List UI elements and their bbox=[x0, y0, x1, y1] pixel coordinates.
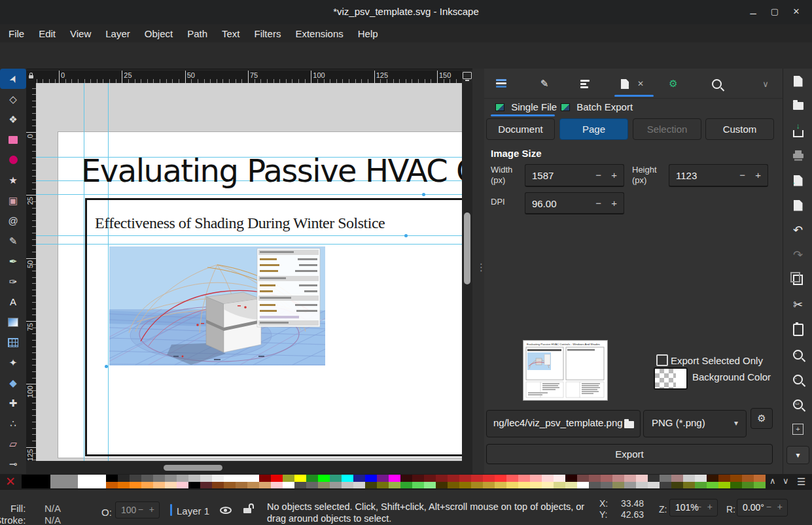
increment-button[interactable]: + bbox=[707, 501, 713, 512]
menu-file[interactable]: File bbox=[1, 28, 31, 39]
palette-scroll-up-button[interactable]: ∧ bbox=[769, 476, 776, 486]
palette-swatch[interactable] bbox=[483, 475, 495, 482]
display-mode-icon[interactable] bbox=[463, 72, 472, 79]
shape-builder-tool[interactable]: ❖ bbox=[0, 109, 26, 129]
palette-swatch[interactable] bbox=[106, 482, 118, 489]
palette-swatch[interactable] bbox=[471, 475, 483, 482]
palette-swatch[interactable] bbox=[412, 482, 424, 489]
palette-swatch[interactable] bbox=[365, 475, 377, 482]
decrement-button[interactable]: − bbox=[138, 504, 143, 515]
close-button[interactable]: ✕ bbox=[788, 5, 804, 18]
print-button[interactable] bbox=[783, 143, 812, 168]
vertical-scrollbar[interactable] bbox=[462, 83, 472, 461]
menu-edit[interactable]: Edit bbox=[31, 28, 63, 39]
palette-swatch[interactable] bbox=[754, 482, 766, 489]
palette-swatch[interactable] bbox=[601, 482, 612, 489]
increment-button[interactable]: + bbox=[755, 169, 761, 180]
palette-swatch[interactable] bbox=[707, 482, 718, 489]
zoom-selection-button[interactable]: ▫ bbox=[783, 342, 812, 367]
palette-swatch[interactable] bbox=[601, 475, 612, 482]
palette-swatch[interactable] bbox=[612, 482, 624, 489]
palette-swatch[interactable] bbox=[177, 482, 188, 489]
commands-more-button[interactable]: ▾ bbox=[783, 445, 812, 465]
palette-swatch[interactable] bbox=[153, 475, 165, 482]
pen-tool[interactable]: ✒ bbox=[0, 251, 26, 271]
export-button[interactable]: Export bbox=[486, 444, 773, 464]
palette-swatch[interactable] bbox=[742, 482, 754, 489]
layer-visibility-eye-icon[interactable] bbox=[220, 507, 232, 514]
palette-swatch[interactable] bbox=[754, 475, 766, 482]
find-dialog-tab[interactable] bbox=[709, 76, 724, 91]
decrement-button[interactable]: − bbox=[595, 197, 601, 209]
palette-swatch[interactable] bbox=[236, 482, 247, 489]
tab-batch-export[interactable]: Batch Export bbox=[561, 101, 633, 112]
star-tool[interactable]: ★ bbox=[0, 170, 26, 190]
palette-swatch[interactable] bbox=[612, 475, 624, 482]
vertical-ruler[interactable]: 0255075100125 bbox=[26, 83, 36, 461]
palette-swatch[interactable] bbox=[518, 475, 530, 482]
increment-button[interactable]: + bbox=[611, 169, 617, 180]
palette-swatch[interactable] bbox=[377, 482, 389, 489]
horizontal-scrollbar-thumb[interactable] bbox=[164, 465, 222, 471]
palette-swatch[interactable] bbox=[389, 475, 400, 482]
canvas-title-text[interactable]: Evaluating Passive HVAC Controls - Windo… bbox=[81, 152, 462, 189]
palette-swatch[interactable] bbox=[648, 475, 660, 482]
opacity-input[interactable]: 100 − + bbox=[115, 501, 160, 518]
palette-swatch[interactable] bbox=[212, 482, 224, 489]
palette-swatch[interactable] bbox=[589, 482, 601, 489]
duplicate-button[interactable] bbox=[783, 267, 812, 292]
palette-swatch[interactable] bbox=[624, 482, 636, 489]
palette-swatch[interactable] bbox=[247, 475, 259, 482]
palette-swatch[interactable] bbox=[730, 482, 742, 489]
palette-swatch[interactable] bbox=[636, 475, 648, 482]
palette-swatch[interactable] bbox=[318, 475, 330, 482]
dialog-overflow-button[interactable]: ∨ bbox=[758, 76, 773, 91]
pencil-tool[interactable]: ✎ bbox=[0, 231, 26, 251]
palette-swatch[interactable] bbox=[660, 482, 671, 489]
paste-button[interactable] bbox=[783, 317, 812, 342]
gradient-tool[interactable] bbox=[0, 312, 26, 332]
rotation-input[interactable]: 0.00° − + bbox=[737, 499, 788, 517]
palette-swatch[interactable] bbox=[177, 475, 188, 482]
palette-swatch[interactable] bbox=[448, 475, 459, 482]
palette-swatch[interactable] bbox=[506, 475, 518, 482]
palette-swatch[interactable] bbox=[577, 475, 589, 482]
palette-swatch[interactable] bbox=[283, 475, 294, 482]
palette-swatch[interactable] bbox=[342, 482, 353, 489]
menu-path[interactable]: Path bbox=[180, 28, 215, 39]
palette-swatch[interactable] bbox=[459, 482, 471, 489]
palette-swatch[interactable] bbox=[683, 482, 695, 489]
palette-swatch[interactable] bbox=[165, 475, 177, 482]
palette-swatch[interactable] bbox=[436, 475, 448, 482]
increment-button[interactable]: + bbox=[611, 197, 617, 209]
palette-swatch[interactable] bbox=[294, 482, 306, 489]
canvas-viewport[interactable]: Evaluating Passive HVAC Controls - Windo… bbox=[36, 83, 462, 461]
align-dialog-tab[interactable] bbox=[577, 76, 593, 91]
palette-swatch[interactable] bbox=[306, 475, 318, 482]
palette-swatch[interactable] bbox=[271, 475, 283, 482]
palette-swatch[interactable] bbox=[200, 475, 212, 482]
area-document-button[interactable]: Document bbox=[486, 118, 555, 140]
palette-swatch[interactable] bbox=[471, 482, 483, 489]
layer-unlock-icon[interactable] bbox=[243, 508, 251, 513]
folder-open-icon[interactable] bbox=[624, 421, 634, 428]
fill-value[interactable]: N/A bbox=[44, 503, 61, 514]
increment-button[interactable]: + bbox=[777, 501, 783, 512]
box-3d-tool[interactable]: ▣ bbox=[0, 190, 26, 211]
palette-swatch[interactable] bbox=[165, 482, 177, 489]
palette-swatch[interactable] bbox=[224, 482, 236, 489]
palette-swatch[interactable] bbox=[118, 475, 130, 482]
menu-view[interactable]: View bbox=[63, 28, 98, 39]
palette-swatch[interactable] bbox=[660, 475, 671, 482]
palette-swatch[interactable] bbox=[707, 475, 718, 482]
palette-scroll-down-button[interactable]: ∨ bbox=[783, 476, 789, 486]
import-button[interactable]: → bbox=[783, 168, 812, 193]
stroke-value[interactable]: N/A bbox=[44, 515, 61, 525]
menu-help[interactable]: Help bbox=[351, 28, 385, 39]
palette-swatch[interactable] bbox=[130, 482, 141, 489]
palette-swatch[interactable] bbox=[330, 482, 342, 489]
extensions-dialog-tab[interactable]: ⚙ bbox=[665, 76, 681, 91]
text-tool[interactable]: A bbox=[0, 292, 26, 312]
palette-swatch[interactable] bbox=[106, 475, 118, 482]
palette-swatch[interactable] bbox=[542, 475, 554, 482]
